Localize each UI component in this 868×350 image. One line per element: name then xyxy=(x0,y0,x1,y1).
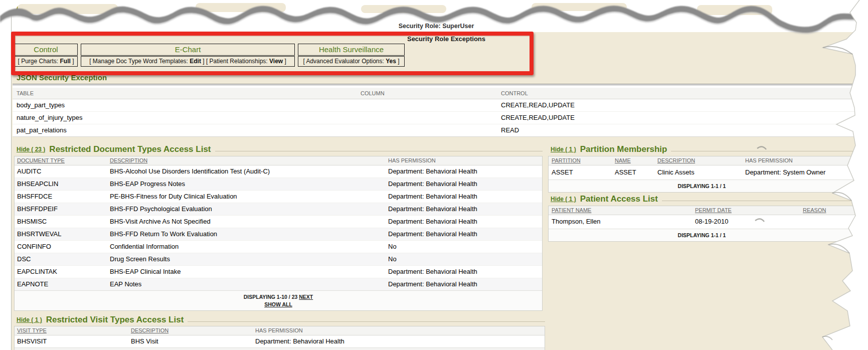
cell-description: EAP Notes xyxy=(107,278,386,290)
heading-rule xyxy=(662,201,855,201)
panel-control-options: [ Purge Charts: Full ] xyxy=(14,56,78,67)
paper-sliver xyxy=(196,3,286,12)
partition-membership-table-header: PARTITION NAME DESCRIPTION HAS PERMISSIO… xyxy=(549,156,855,165)
column-header-description[interactable]: DESCRIPTION xyxy=(107,156,386,165)
option-label: ] xyxy=(201,58,205,65)
next-page-link[interactable]: NEXT xyxy=(299,294,313,300)
panel-echart-options: [ Manage Doc Type Word Templates: Edit ]… xyxy=(81,56,295,67)
cell-name: ASSET xyxy=(612,165,654,180)
cell-control: CREATE,READ,UPDATE xyxy=(497,99,856,111)
table-row: CONFINFOConfidential InformationNo xyxy=(15,240,542,253)
panel-control: Control [ Purge Charts: Full ] xyxy=(14,44,78,67)
hide-link-patient-access[interactable]: Hide ( 1 ) xyxy=(551,196,576,203)
option-label: ] xyxy=(396,58,400,65)
column-header-name[interactable]: NAME xyxy=(612,156,654,165)
table-row: BHSFFDCEPE-BHS-Fitness for Duty Clinical… xyxy=(15,190,542,203)
cell-type: DSC xyxy=(15,253,107,265)
cell-type: AUDITC xyxy=(15,165,107,178)
torn-heading-fragment: A xyxy=(15,5,21,15)
json-security-heading: JSON Security Exception xyxy=(17,73,107,82)
cell-permission: Department: Behavioral Health xyxy=(386,278,542,290)
column-header-control: CONTROL xyxy=(497,88,856,99)
cell-type: BHSVISIT xyxy=(15,335,128,347)
visit-types-table: VISIT TYPE DESCRIPTION HAS PERMISSION BH… xyxy=(14,326,545,350)
cell-type: BHSFFDCE xyxy=(15,191,107,203)
hide-link-partition-membership[interactable]: Hide ( 1 ) xyxy=(551,146,576,153)
cell-partition: ASSET xyxy=(549,165,612,180)
cell-description: Confidential Information xyxy=(107,241,386,253)
table-row: BHSRTWEVALBHS-FFD Return To Work Evaluat… xyxy=(15,228,542,240)
column-header-patient-name[interactable]: PATIENT NAME xyxy=(549,206,692,215)
table-row: Thompson, Ellen 08-19-2010 xyxy=(549,215,855,229)
visit-types-section-heading: Hide ( 1 ) Restricted Visit Types Access… xyxy=(17,315,545,325)
panel-health-surveillance: Health Surveillance [ Advanced Evaluator… xyxy=(298,44,405,67)
option-value: Yes xyxy=(386,58,396,65)
cell-permission: Department: Behavioral Health xyxy=(386,216,542,228)
cell-permission: Department: Behavioral Health xyxy=(386,165,542,178)
panel-health-surveillance-title: Health Surveillance xyxy=(298,44,405,56)
cell-permission: Department: Behavioral Health xyxy=(386,228,542,240)
table-row: EAPCLINTAKBHS-EAP Clinical IntakeDepartm… xyxy=(15,265,542,278)
cell-description: Clinic Assets xyxy=(654,165,742,180)
cell-table: nature_of_injury_types xyxy=(13,112,357,124)
cell-description: Drug Screen Results xyxy=(107,253,386,265)
hide-link-visit-types[interactable]: Hide ( 1 ) xyxy=(17,316,42,323)
cell-type: BHSRTWEVAL xyxy=(15,228,107,240)
column-header-reason[interactable]: REASON xyxy=(800,206,855,215)
cell-type: EAPCLINTAK xyxy=(15,266,107,278)
patient-access-table: PATIENT NAME PERMIT DATE REASON Thompson… xyxy=(548,206,855,242)
column-header-has-permission: HAS PERMISSION xyxy=(253,326,545,335)
cell-table: body_part_types xyxy=(13,99,357,111)
security-role-page: Security Role: SuperUser Security Role E… xyxy=(0,0,868,350)
column-header-permit-date[interactable]: PERMIT DATE xyxy=(692,206,800,215)
column-header-document-type[interactable]: DOCUMENT TYPE xyxy=(15,156,107,165)
table-row: BHSVISIT BHS Visit Department: Behaviora… xyxy=(15,335,545,347)
cell-description: BHS-Alcohol Use Disorders Identification… xyxy=(107,165,386,178)
panel-echart-title: E-Chart xyxy=(81,44,295,56)
heading-rule xyxy=(188,321,545,322)
cell-description: BHS-EAP Clinical Intake xyxy=(107,266,386,278)
show-all-link[interactable]: SHOW ALL xyxy=(264,301,292,307)
cell-type: CONFINFO xyxy=(15,241,107,253)
cell-permission: Department: Behavioral Health xyxy=(386,266,542,278)
cell-permission: No xyxy=(386,241,542,253)
paper-sliver xyxy=(361,5,446,13)
json-security-table: TABLE COLUMN CONTROL body_part_types CRE… xyxy=(13,84,856,137)
table-row: nature_of_injury_types CREATE,READ,UPDAT… xyxy=(13,111,856,124)
column-header-partition[interactable]: PARTITION xyxy=(549,156,612,165)
paper-sliver xyxy=(697,5,772,15)
partition-membership-section-heading: Hide ( 1 ) Partition Membership xyxy=(551,144,855,154)
left-edge-line xyxy=(11,15,12,32)
panel-echart: E-Chart [ Manage Doc Type Word Templates… xyxy=(81,44,295,67)
option-value: Edit xyxy=(190,58,201,65)
cell-column xyxy=(357,124,497,136)
partition-membership-title: Partition Membership xyxy=(580,144,667,154)
patient-access-title: Patient Access List xyxy=(580,194,658,204)
panel-health-surveillance-options: [ Advanced Evaluator Options: Yes ] xyxy=(298,56,405,67)
patient-access-paging: DISPLAYING 1-1 / 1 xyxy=(549,229,855,241)
cell-permission: Department: Behavioral Health xyxy=(386,178,542,190)
cell-type: BHSEAPCLIN xyxy=(15,178,107,190)
option-label: [ Purge Charts: xyxy=(18,58,60,65)
table-row: BHSMISCBHS-Visit Archive As Not Specifie… xyxy=(15,215,542,228)
table-row: BHSFFDPEIFBHS-FFD Psychological Evaluati… xyxy=(15,203,542,215)
column-header-description[interactable]: DESCRIPTION xyxy=(654,156,742,165)
column-header-has-permission: HAS PERMISSION xyxy=(742,156,855,165)
column-header-description[interactable]: DESCRIPTION xyxy=(128,326,253,335)
column-header-visit-type[interactable]: VISIT TYPE xyxy=(15,326,128,335)
cell-permission: Department: Behavioral Health xyxy=(253,335,545,347)
cell-reason xyxy=(800,215,855,229)
security-role-label: Security Role: SuperUser xyxy=(321,23,552,30)
column-header-table: TABLE xyxy=(13,88,357,99)
torn-shadow-soft xyxy=(0,7,868,34)
table-row: BHSEAPCLINBHS-EAP Progress NotesDepartme… xyxy=(15,178,542,190)
cell-description: BHS Visit xyxy=(128,335,253,347)
displaying-label: DISPLAYING 1-1 / 1 xyxy=(678,232,726,238)
table-row: body_part_types CREATE,READ,UPDATE xyxy=(13,99,856,111)
table-row: EAPNOTEEAP NotesDepartment: Behavioral H… xyxy=(15,278,542,290)
visit-types-table-header: VISIT TYPE DESCRIPTION HAS PERMISSION xyxy=(15,326,545,335)
option-label: ] xyxy=(71,58,74,65)
hide-link-document-types[interactable]: Hide ( 23 ) xyxy=(17,146,45,153)
paper-sliver xyxy=(532,3,627,11)
column-header-column: COLUMN xyxy=(357,88,497,99)
